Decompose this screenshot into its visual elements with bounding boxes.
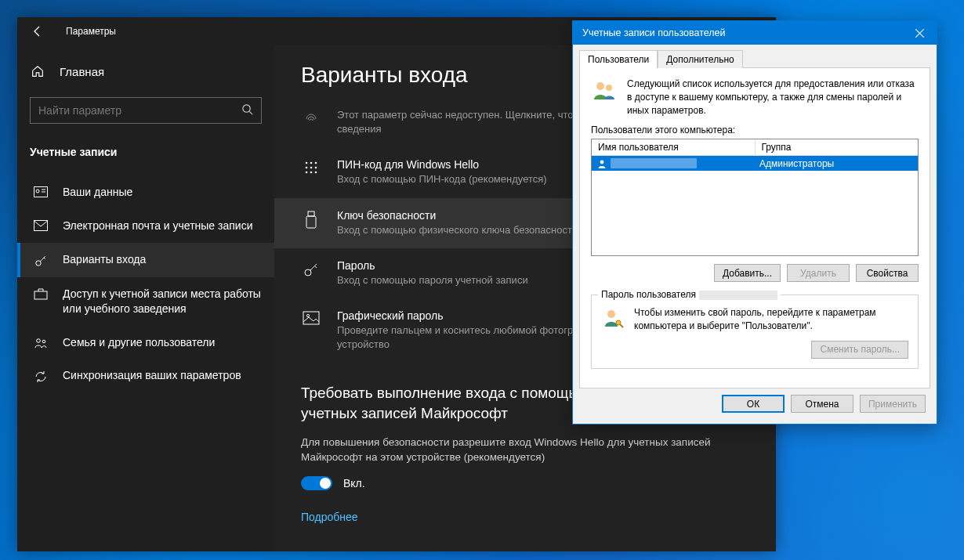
search-input-wrapper[interactable]: [30, 97, 262, 124]
toggle-label: Вкл.: [343, 477, 365, 490]
fingerprint-icon: [301, 108, 321, 136]
table-row[interactable]: Администраторы: [592, 156, 918, 171]
option-title: ПИН-код для Windows Hello: [337, 158, 547, 171]
nav-label: Электронная почта и учетные записи: [63, 219, 262, 233]
svg-point-11: [37, 338, 41, 342]
usb-key-icon: [301, 211, 321, 237]
user-key-icon: [601, 306, 625, 333]
briefcase-icon: [33, 288, 49, 300]
dialog-tabs: Пользователи Дополнительно: [573, 45, 937, 67]
svg-point-14: [310, 162, 313, 164]
svg-point-21: [315, 172, 317, 174]
option-title: Ключ безопасности: [337, 209, 578, 222]
picture-icon: [301, 311, 321, 352]
dialog-titlebar: Учетные записи пользователей: [573, 21, 937, 45]
nav-family[interactable]: Семья и другие пользователи: [17, 326, 274, 359]
svg-point-24: [305, 269, 311, 276]
people-icon: [33, 337, 49, 349]
svg-point-15: [315, 162, 317, 164]
nav-your-info[interactable]: Ваши данные: [17, 175, 274, 209]
nav-email-accounts[interactable]: Электронная почта и учетные записи: [17, 209, 274, 243]
remove-button[interactable]: Удалить: [787, 264, 850, 282]
svg-point-19: [306, 172, 308, 174]
add-button[interactable]: Добавить...: [714, 264, 781, 282]
svg-point-3: [36, 190, 39, 193]
svg-rect-23: [306, 216, 316, 228]
key-icon: [33, 254, 49, 268]
col-group[interactable]: Группа: [756, 139, 919, 155]
sync-icon: [33, 370, 49, 384]
option-desc: Вход с помощью ПИН-кода (рекомендуется): [337, 172, 547, 186]
svg-point-34: [607, 310, 615, 318]
close-icon: [915, 29, 924, 38]
col-username[interactable]: Имя пользователя: [592, 139, 756, 155]
table-header: Имя пользователя Группа: [592, 139, 918, 156]
titlebar-label: Параметры: [66, 26, 116, 37]
svg-line-36: [620, 324, 623, 327]
nav-sync[interactable]: Синхронизация ваших параметров: [17, 359, 274, 393]
settings-sidebar: Главная Учетные записи Ваши данные Элект…: [17, 45, 274, 551]
svg-rect-10: [34, 291, 47, 299]
svg-point-28: [306, 314, 309, 316]
nav-label: Варианты входа: [63, 252, 262, 267]
nav-label: Синхронизация ваших параметров: [63, 368, 262, 383]
svg-rect-27: [303, 312, 319, 324]
groupbox-text: Чтобы изменить свой пароль, перейдите к …: [634, 306, 908, 333]
home-label: Главная: [60, 65, 104, 78]
username-redacted: [611, 158, 697, 168]
users-icon: [591, 78, 618, 117]
mail-icon: [33, 220, 49, 231]
nav-work-access[interactable]: Доступ к учетной записи места работы или…: [17, 277, 274, 326]
dialog-close-button[interactable]: [902, 21, 937, 45]
home-button[interactable]: Главная: [17, 56, 274, 86]
users-label: Пользователи этого компьютера:: [591, 125, 919, 135]
svg-point-12: [42, 340, 45, 343]
svg-point-33: [600, 160, 604, 164]
dialog-panel: Следующий список используется для предос…: [579, 67, 930, 388]
svg-rect-22: [308, 211, 314, 216]
intro-text: Следующий список используется для предос…: [627, 78, 919, 117]
keypad-icon: [301, 160, 321, 186]
tab-advanced[interactable]: Дополнительно: [658, 50, 742, 68]
properties-button[interactable]: Свойства: [856, 264, 919, 282]
search-icon: [241, 103, 253, 118]
svg-line-9: [44, 258, 45, 259]
person-card-icon: [33, 186, 49, 197]
nav-label: Ваши данные: [63, 185, 262, 200]
apply-button[interactable]: Применить: [860, 395, 926, 413]
arrow-left-icon: [31, 25, 44, 38]
option-desc: Вход с помощью пароля учетной записи: [337, 273, 528, 287]
svg-point-32: [606, 85, 612, 91]
user-row-icon: [596, 158, 607, 169]
search-input[interactable]: [38, 104, 241, 117]
svg-point-20: [310, 172, 313, 174]
home-icon: [30, 64, 45, 78]
svg-line-26: [315, 266, 317, 268]
user-accounts-dialog: Учетные записи пользователей Пользовател…: [572, 20, 937, 425]
option-title: Пароль: [337, 259, 528, 272]
change-password-button[interactable]: Сменить пароль...: [811, 341, 908, 359]
users-table[interactable]: Имя пользователя Группа Администраторы: [591, 139, 919, 256]
back-button[interactable]: [28, 22, 47, 41]
hello-toggle[interactable]: [301, 476, 332, 490]
svg-line-1: [249, 111, 252, 114]
tab-users[interactable]: Пользователи: [579, 50, 658, 68]
key-icon: [301, 261, 321, 287]
svg-point-7: [36, 261, 41, 266]
svg-point-0: [243, 104, 250, 111]
nav-signin-options[interactable]: Варианты входа: [17, 243, 274, 277]
svg-point-31: [596, 82, 604, 90]
sub-desc: Для повышения безопасности разрешите вхо…: [301, 435, 749, 465]
svg-point-13: [306, 162, 308, 164]
cancel-button[interactable]: Отмена: [791, 395, 853, 413]
row-group: Администраторы: [755, 158, 918, 169]
learn-more-link[interactable]: Подробнее: [301, 511, 358, 523]
svg-point-17: [310, 167, 313, 169]
dialog-title: Учетные записи пользователей: [582, 27, 726, 38]
dialog-footer: ОК Отмена Применить: [573, 395, 937, 424]
ok-button[interactable]: ОК: [722, 395, 785, 413]
option-desc: Вход с помощью физического ключа безопас…: [337, 223, 578, 237]
svg-point-16: [306, 167, 308, 169]
svg-rect-6: [34, 220, 48, 230]
nav-label: Доступ к учетной записи места работы или…: [63, 287, 262, 316]
